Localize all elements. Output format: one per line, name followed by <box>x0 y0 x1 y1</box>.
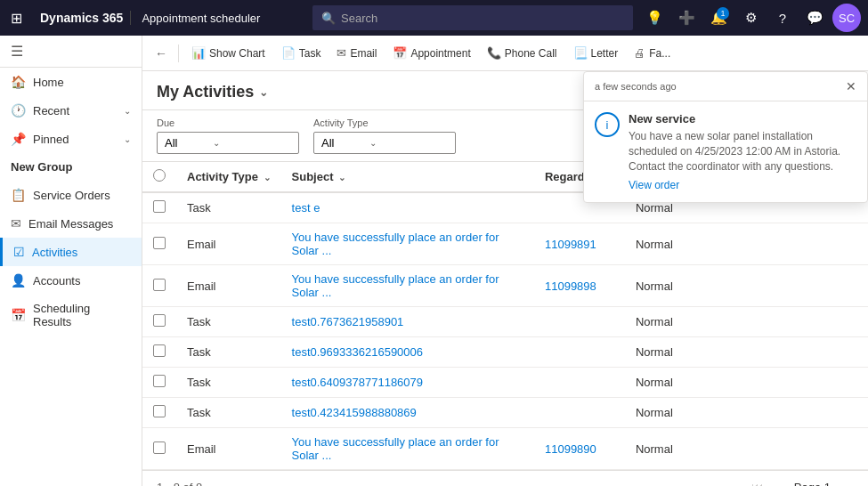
row-regarding-2[interactable]: 11099898 <box>534 265 625 307</box>
row-subject-1[interactable]: You have successfully place an order for… <box>281 223 534 265</box>
phone-call-button[interactable]: 📞 Phone Call <box>480 43 564 63</box>
row-subject-3[interactable]: test0.7673621958901 <box>281 307 534 337</box>
row-checkbox-5[interactable] <box>153 375 166 387</box>
header-checkbox[interactable] <box>153 169 166 182</box>
sidebar-item-email-messages[interactable]: ✉ Email Messages <box>0 209 142 238</box>
new-group-header[interactable]: New Group <box>0 153 142 181</box>
filter-activity-type-label: Activity Type <box>313 117 456 128</box>
row-checkbox-6[interactable] <box>153 405 166 417</box>
row-subject-4[interactable]: test0.9693336216590006 <box>281 337 534 368</box>
notification-icon[interactable]: 🔔 <box>704 4 733 32</box>
recent-chevron-icon: ⌄ <box>124 106 131 116</box>
page-title: My Activities ⌄ <box>157 83 268 101</box>
help-icon[interactable]: ? <box>768 4 797 32</box>
row-priority-1: Normal <box>625 223 699 265</box>
lightbulb-icon[interactable]: 💡 <box>640 4 669 32</box>
filter-due-chevron-icon: ⌄ <box>213 138 220 148</box>
sort-icon-subject: ⌄ <box>338 173 345 182</box>
col-subject[interactable]: Subject ⌄ <box>281 162 534 192</box>
row-checkbox-3[interactable] <box>153 314 166 327</box>
row-start-date-2 <box>699 265 787 307</box>
table-wrap: Activity Type ⌄ Subject ⌄ Regarding ⌄ Pr… <box>142 162 868 470</box>
row-type-5: Task <box>176 368 281 398</box>
row-due-date-6 <box>787 398 868 428</box>
sidebar-item-pinned-label: Pinned <box>33 133 69 146</box>
phone-call-label: Phone Call <box>505 47 557 60</box>
row-subject-7[interactable]: You have successfully place an order for… <box>281 428 534 470</box>
row-regarding-1[interactable]: 11099891 <box>534 223 625 265</box>
col-activity-type[interactable]: Activity Type ⌄ <box>176 162 281 192</box>
row-type-2: Email <box>176 265 281 307</box>
row-checkbox-cell-0 <box>142 192 176 223</box>
row-checkbox-4[interactable] <box>153 344 166 357</box>
row-start-date-6 <box>699 398 787 428</box>
record-count: 1 - 8 of 8 <box>157 481 202 487</box>
sidebar-item-accounts-label: Accounts <box>33 274 80 288</box>
prev-page-button[interactable]: ← <box>771 478 791 486</box>
row-subject-2[interactable]: You have successfully place an order for… <box>281 265 534 307</box>
page-title-chevron-icon[interactable]: ⌄ <box>259 86 268 99</box>
waffle-icon[interactable]: ⊞ <box>7 6 26 30</box>
first-page-button[interactable]: ⏮ <box>748 478 767 486</box>
chart-icon: 📊 <box>191 46 206 60</box>
sidebar-item-activities[interactable]: ☑ Activities <box>0 238 142 266</box>
sidebar-item-pinned[interactable]: 📌 Pinned ⌄ <box>0 125 142 153</box>
row-subject-6[interactable]: test0.423415988880869 <box>281 398 534 428</box>
sidebar-item-email-messages-label: Email Messages <box>28 217 113 231</box>
topnav-icons: 💡 ➕ 🔔 ⚙ ? 💬 SC <box>640 4 861 32</box>
sidebar-item-recent[interactable]: 🕐 Recent ⌄ <box>0 96 142 125</box>
main-content: ← 📊 Show Chart 📄 Task ✉ Email 📅 Appointm… <box>142 36 868 486</box>
notification-close-button[interactable]: ✕ <box>846 79 856 93</box>
filter-activity-type-select[interactable]: All ⌄ <box>313 132 456 154</box>
task-button[interactable]: 📄 Task <box>274 43 329 63</box>
row-checkbox-0[interactable] <box>153 200 166 213</box>
pin-icon: 📌 <box>11 132 26 146</box>
app-name-label: Appointment scheduler <box>142 12 260 25</box>
row-priority-4: Normal <box>625 337 699 368</box>
home-icon: 🏠 <box>11 75 26 89</box>
email-label: Email <box>350 47 377 60</box>
notification-view-order-link[interactable]: View order <box>629 179 679 191</box>
email-icon: ✉ <box>337 46 346 60</box>
filter-due-group: Due All ⌄ <box>157 117 299 154</box>
sidebar-item-home[interactable]: 🏠 Home <box>0 68 142 96</box>
appointment-button[interactable]: 📅 Appointment <box>385 43 477 63</box>
chat-icon[interactable]: 💬 <box>800 4 829 32</box>
accounts-icon: 👤 <box>11 273 26 288</box>
row-checkbox-2[interactable] <box>153 279 166 291</box>
sidebar-item-accounts[interactable]: 👤 Accounts <box>0 266 142 295</box>
letter-button[interactable]: 📃 Letter <box>566 43 626 63</box>
row-checkbox-cell-4 <box>142 337 176 368</box>
search-input[interactable] <box>341 12 624 25</box>
filter-due-select[interactable]: All ⌄ <box>157 132 299 154</box>
row-regarding-7[interactable]: 11099890 <box>534 428 625 470</box>
sidebar-toggle[interactable]: ☰ <box>0 36 142 68</box>
row-checkbox-cell-1 <box>142 223 176 265</box>
next-page-button[interactable]: → <box>834 478 854 486</box>
toolbar-separator <box>178 45 179 62</box>
fax-icon: 🖨 <box>634 46 645 60</box>
row-subject-0[interactable]: test e <box>281 192 534 223</box>
row-subject-5[interactable]: test0.6409378771186079 <box>281 368 534 398</box>
sidebar-item-service-orders-label: Service Orders <box>33 189 110 202</box>
row-due-date-1 <box>787 223 868 265</box>
add-icon[interactable]: ➕ <box>672 4 701 32</box>
row-due-date-5 <box>787 368 868 398</box>
row-due-date-3 <box>787 307 868 337</box>
email-button[interactable]: ✉ Email <box>329 43 384 63</box>
row-type-0: Task <box>176 192 281 223</box>
table-footer: 1 - 8 of 8 ⏮ ← Page 1 → <box>142 470 868 486</box>
sidebar-item-service-orders[interactable]: 📋 Service Orders <box>0 181 142 209</box>
fax-button[interactable]: 🖨 Fa... <box>627 43 677 63</box>
row-checkbox-cell-2 <box>142 265 176 307</box>
show-chart-button[interactable]: 📊 Show Chart <box>184 43 272 63</box>
task-label: Task <box>299 47 321 60</box>
settings-icon[interactable]: ⚙ <box>736 4 765 32</box>
search-box[interactable]: 🔍 <box>312 5 633 30</box>
sidebar-item-scheduling-results[interactable]: 📅 Scheduling Results <box>0 295 142 336</box>
row-checkbox-1[interactable] <box>153 237 166 249</box>
row-checkbox-7[interactable] <box>153 441 166 454</box>
sidebar-item-scheduling-results-label: Scheduling Results <box>33 302 131 328</box>
back-button[interactable]: ← <box>150 43 173 64</box>
avatar[interactable]: SC <box>832 4 861 32</box>
